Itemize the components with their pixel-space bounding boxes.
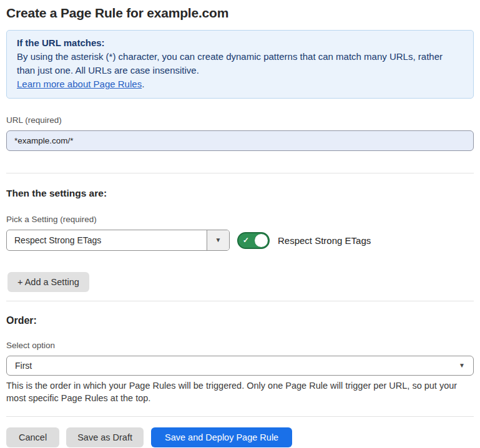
chevron-down-icon: ▼ bbox=[215, 237, 222, 243]
url-match-info-box: If the URL matches: By using the asteris… bbox=[6, 30, 474, 99]
page-rule-form: Create a Page Rule for example.com If th… bbox=[0, 0, 480, 447]
info-box-body: By using the asterisk (*) character, you… bbox=[17, 50, 463, 77]
footer-actions: Cancel Save as Draft Save and Deploy Pag… bbox=[6, 427, 474, 447]
url-input[interactable] bbox=[6, 130, 474, 151]
setting-row: Respect Strong ETags ▼ ✓ Respect Strong … bbox=[6, 230, 474, 251]
setting-dropdown-arrow-button[interactable]: ▼ bbox=[207, 230, 229, 250]
settings-section-heading: Then the settings are: bbox=[6, 188, 474, 199]
section-divider bbox=[6, 173, 474, 173]
info-box-link-line: Learn more about Page Rules. bbox=[17, 77, 463, 91]
section-divider bbox=[6, 301, 474, 301]
pick-setting-label: Pick a Setting (required) bbox=[6, 215, 474, 224]
add-setting-button[interactable]: + Add a Setting bbox=[7, 272, 89, 292]
check-icon: ✓ bbox=[243, 236, 249, 244]
setting-toggle[interactable]: ✓ bbox=[237, 232, 270, 249]
info-box-heading: If the URL matches: bbox=[17, 36, 463, 50]
chevron-down-icon: ▼ bbox=[459, 363, 465, 369]
order-help-text: This is the order in which your Page Rul… bbox=[6, 379, 474, 404]
save-as-draft-button[interactable]: Save as Draft bbox=[66, 427, 144, 447]
order-select-label: Select option bbox=[6, 341, 474, 350]
save-and-deploy-button[interactable]: Save and Deploy Page Rule bbox=[151, 427, 292, 447]
link-suffix: . bbox=[142, 79, 144, 89]
cancel-button[interactable]: Cancel bbox=[6, 427, 59, 447]
learn-more-link[interactable]: Learn more about Page Rules bbox=[17, 79, 142, 89]
order-select-value: First bbox=[15, 361, 32, 371]
setting-toggle-label: Respect Strong ETags bbox=[278, 235, 371, 246]
setting-dropdown-value: Respect Strong ETags bbox=[7, 230, 207, 250]
order-section-heading: Order: bbox=[6, 315, 474, 326]
footer-divider bbox=[6, 416, 474, 417]
url-field-label: URL (required) bbox=[6, 115, 474, 125]
page-title: Create a Page Rule for example.com bbox=[6, 0, 474, 21]
toggle-knob bbox=[255, 234, 268, 247]
setting-dropdown[interactable]: Respect Strong ETags ▼ bbox=[6, 230, 230, 251]
order-select[interactable]: First ▼ bbox=[6, 356, 474, 376]
